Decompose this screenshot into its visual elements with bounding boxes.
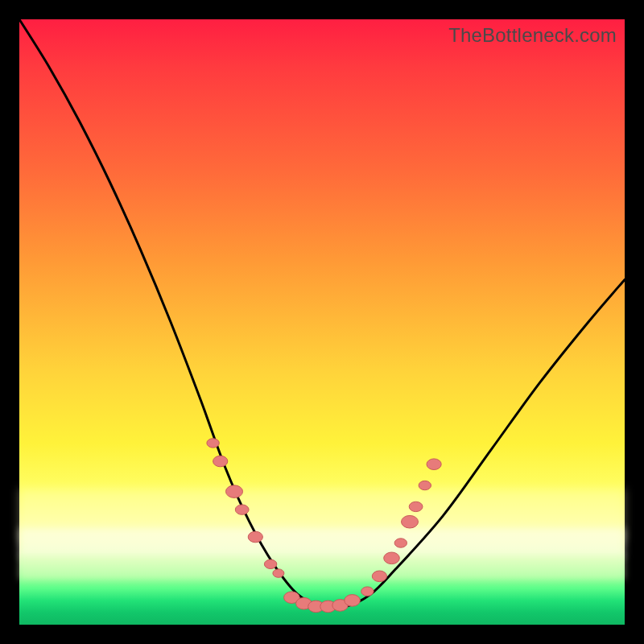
chart-svg [19,19,625,625]
data-marker [213,456,228,467]
data-marker [273,569,284,577]
data-marker [394,539,407,547]
chart-frame: TheBottleneck.com [0,0,644,644]
data-marker [361,587,374,596]
data-marker [207,439,219,448]
bottleneck-curve [19,19,625,608]
data-marker [235,505,249,514]
data-marker [226,485,243,498]
data-marker [345,595,361,607]
data-marker [264,559,276,568]
data-marker [372,571,386,582]
data-marker [409,502,423,511]
plot-area: TheBottleneck.com [19,19,625,625]
data-marker [248,531,262,543]
data-marker [419,481,431,489]
data-marker [384,552,400,564]
marker-group [207,439,441,613]
data-marker [402,515,419,528]
data-marker [427,459,441,470]
